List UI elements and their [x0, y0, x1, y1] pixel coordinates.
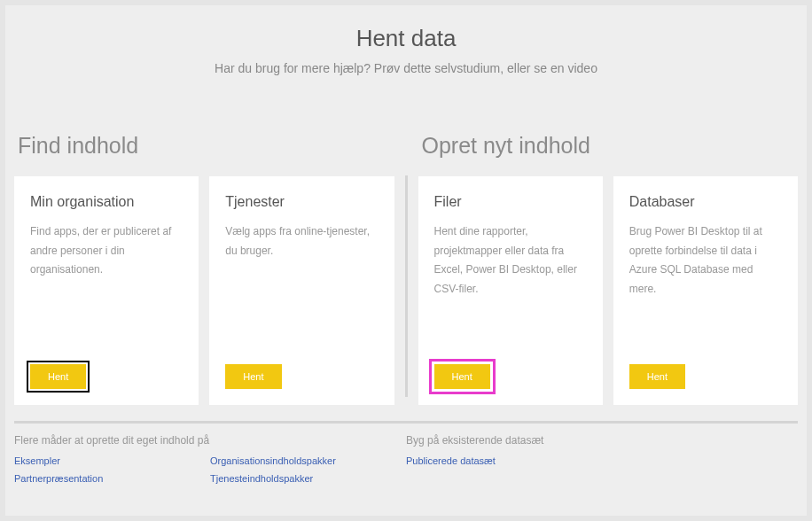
create-content-heading: Opret nyt indhold	[418, 133, 799, 159]
get-button-services[interactable]: Hent	[225, 364, 281, 389]
card-my-organisation: Min organisation Find apps, der er publi…	[14, 176, 199, 405]
find-content-section: Find indhold Min organisation Find apps,…	[14, 133, 405, 405]
link-service-content-packs[interactable]: Tjenesteindholdspakker	[210, 473, 406, 484]
footer-left-title: Flere måder at oprette dit eget indhold …	[14, 434, 210, 447]
page-header: Hent data Har du brug for mere hjælp? Pr…	[5, 5, 807, 84]
get-button-files[interactable]: Hent	[434, 364, 490, 389]
get-button-databases[interactable]: Hent	[629, 364, 685, 389]
link-partner-presentation[interactable]: Partnerpræsentation	[14, 473, 210, 484]
card-title: Filer	[434, 194, 587, 210]
card-title: Tjenester	[225, 194, 378, 210]
footer: Flere måder at oprette dit eget indhold …	[5, 434, 807, 491]
card-description: Hent dine rapporter, projektmapper eller…	[434, 222, 587, 364]
card-description: Find apps, der er publiceret af andre pe…	[30, 222, 183, 364]
card-title: Databaser	[629, 194, 782, 210]
link-org-content-packs[interactable]: Organisationsindholdspakker	[210, 455, 406, 466]
footer-left-column: Flere måder at oprette dit eget indhold …	[14, 434, 406, 491]
card-title: Min organisation	[30, 194, 183, 210]
page-title: Hent data	[5, 25, 807, 52]
card-databases: Databaser Brug Power BI Desktop til at o…	[613, 176, 798, 405]
link-published-datasets[interactable]: Publicerede datasæt	[406, 455, 798, 466]
card-description: Brug Power BI Desktop til at oprette for…	[629, 222, 782, 364]
find-content-heading: Find indhold	[14, 133, 394, 159]
card-files: Filer Hent dine rapporter, projektmapper…	[418, 176, 603, 405]
create-content-section: Opret nyt indhold Filer Hent dine rappor…	[408, 133, 799, 405]
card-description: Vælg apps fra online-tjenester, du bruge…	[225, 222, 378, 364]
get-button-my-organisation[interactable]: Hent	[30, 364, 86, 389]
footer-right-title: Byg på eksisterende datasæt	[406, 434, 798, 447]
horizontal-divider	[14, 421, 798, 424]
footer-spacer	[210, 434, 406, 447]
footer-right-column: Byg på eksisterende datasæt Publicerede …	[406, 434, 798, 491]
card-services: Tjenester Vælg apps fra online-tjenester…	[209, 176, 394, 405]
page-subtitle: Har du brug for mere hjælp? Prøv dette s…	[5, 61, 807, 75]
link-examples[interactable]: Eksempler	[14, 455, 210, 466]
